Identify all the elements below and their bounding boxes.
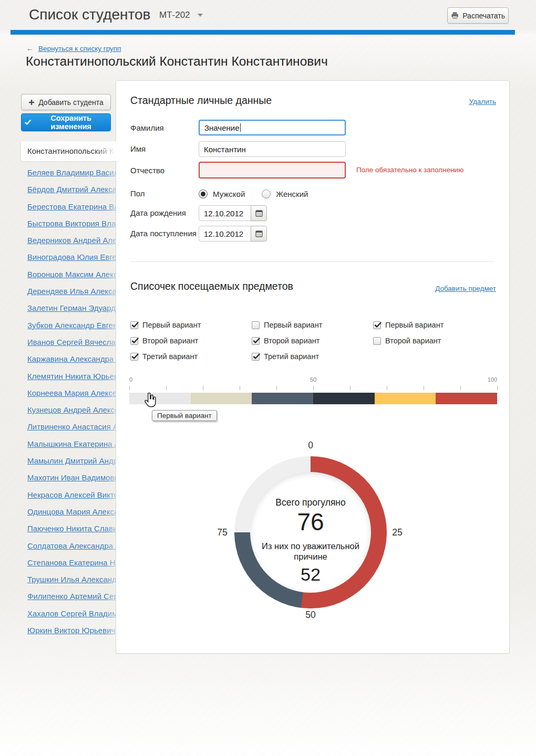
calendar-icon <box>255 209 263 217</box>
donut-center-line1: Всего прогуляно <box>255 497 366 508</box>
student-link[interactable]: Дерендяев Илья Александрович <box>27 283 127 300</box>
firstname-input[interactable]: Константин <box>199 141 346 157</box>
add-student-button[interactable]: Добавить студента <box>21 94 111 110</box>
patronymic-input[interactable] <box>199 162 346 178</box>
radio-male-label: Мужской <box>213 190 245 198</box>
lastname-value: Значение <box>204 123 240 132</box>
student-link[interactable]: Малышкина Екатерина Андреевна <box>27 436 127 453</box>
plus-icon <box>28 99 35 106</box>
subject-checkbox-label: Третий вариант <box>142 352 198 361</box>
axis-tick <box>350 386 351 390</box>
patronymic-error: Поле обязательно к заполнению <box>356 166 463 174</box>
axis-tick <box>166 386 167 390</box>
axis-tick <box>203 386 203 390</box>
subject-checkbox-row[interactable]: Первый вариант <box>252 317 367 333</box>
stackbar-segment[interactable] <box>129 393 191 404</box>
checkbox-checked-icon[interactable] <box>130 337 138 345</box>
donut-scale-75: 75 <box>217 527 227 538</box>
save-changes-button[interactable]: Сохранить изменения <box>21 113 111 131</box>
checkbox-checked-icon[interactable] <box>252 353 260 361</box>
student-link[interactable]: Зубков Александр Евгеньевич <box>27 317 127 334</box>
back-arrow-icon: ← <box>26 44 34 52</box>
student-link[interactable]: Берестова Екатерина Владимировна <box>27 198 127 215</box>
axis-tick <box>313 386 314 390</box>
donut-center-value2: 52 <box>255 564 366 584</box>
student-link[interactable]: Мамылин Дмитрий Андреевич <box>27 453 127 469</box>
subject-checkbox-row[interactable]: Третий вариант <box>252 349 367 364</box>
active-student-tab[interactable]: Константинопольский Константин Константи… <box>21 141 119 161</box>
checkbox-checked-icon[interactable] <box>130 353 138 361</box>
radio-male[interactable] <box>199 190 208 198</box>
hand-cursor-icon <box>142 391 159 409</box>
group-selector[interactable]: МТ-202 <box>159 10 203 20</box>
check-icon <box>25 119 31 125</box>
back-to-groups-link[interactable]: Вернуться к списку групп <box>38 45 121 52</box>
student-link[interactable]: Литвиненко Анастасия Александровна <box>27 418 127 435</box>
student-link[interactable]: Некрасов Алексей Викторович <box>27 487 127 503</box>
printer-icon <box>451 12 459 19</box>
student-link[interactable]: Одинцова Мария Александровна <box>27 503 127 520</box>
breadcrumb: ← Вернуться к списку групп <box>26 44 121 52</box>
student-link[interactable]: Каржавина Александра Андреевна <box>27 351 127 368</box>
attendance-stackbar[interactable] <box>129 393 497 404</box>
birthdate-calendar-button[interactable] <box>251 205 267 221</box>
subject-checkbox-row[interactable]: Первый вариант <box>130 317 246 333</box>
stackbar-segment[interactable] <box>313 393 375 404</box>
checkbox-unchecked-icon[interactable] <box>373 337 381 345</box>
student-link[interactable]: Воронцов Максим Александрович <box>27 266 127 283</box>
subject-checkbox-row[interactable]: Первый вариант <box>373 317 489 333</box>
student-link[interactable]: Ведерников Андрей Александрович <box>27 232 127 249</box>
student-link[interactable]: Клемятин Никита Юрьевич <box>27 368 127 385</box>
subject-checkbox-label: Второй вариант <box>385 337 441 345</box>
student-link[interactable]: Филипенко Артемий Сергеевич <box>27 588 127 605</box>
student-link[interactable]: Виноградова Юлия Евгеньевна <box>27 249 127 266</box>
enrolldate-value: 12.10.2012 <box>204 229 243 238</box>
section-divider <box>130 261 495 262</box>
subject-checkbox-row[interactable]: Второй вариант <box>252 333 367 349</box>
subject-checkbox-row[interactable]: Второй вариант <box>130 333 246 349</box>
student-link[interactable]: Бёрдов Дмитрий Александрович <box>27 181 127 198</box>
student-link[interactable]: Юркин Виктор Юрьевич <box>27 622 127 639</box>
student-link[interactable]: Трушкин Илья Александрович <box>27 571 127 588</box>
save-changes-label: Сохранить изменения <box>35 114 107 131</box>
axis-tick <box>129 386 130 390</box>
birthdate-input[interactable]: 12.10.2012 <box>199 205 251 221</box>
print-button[interactable]: Распечатать <box>447 7 509 24</box>
subject-checkbox-row[interactable]: Второй вариант <box>373 333 489 349</box>
student-link[interactable]: Кузнецов Андрей Алексеевич <box>27 402 127 418</box>
enrolldate-calendar-button[interactable] <box>251 226 267 242</box>
enrolldate-input[interactable]: 12.10.2012 <box>199 226 251 242</box>
subject-column: Первый вариантВторой вариант <box>373 317 489 349</box>
accent-bar <box>11 30 515 35</box>
checkbox-checked-icon[interactable] <box>130 321 138 329</box>
student-link[interactable]: Залетин Герман Эдуардович <box>27 300 127 317</box>
donut-scale-0: 0 <box>308 440 313 451</box>
lastname-input[interactable]: Значение <box>199 120 346 135</box>
axis-tick-label: 0 <box>129 376 132 383</box>
checkbox-checked-icon[interactable] <box>373 321 381 329</box>
student-link[interactable]: Корнеева Мария Алексеевна <box>27 385 127 402</box>
subject-checkbox-label: Первый вариант <box>142 321 201 329</box>
stackbar-segment[interactable] <box>191 393 252 404</box>
student-link[interactable]: Беляев Владимир Васильевич <box>27 164 127 181</box>
checkbox-checked-icon[interactable] <box>252 337 260 345</box>
student-link[interactable]: Степанова Екатерина Николаевна <box>27 554 127 571</box>
chevron-down-icon <box>198 14 203 17</box>
student-link[interactable]: Махотин Иван Вадимович <box>27 469 127 486</box>
stackbar-segment[interactable] <box>436 393 497 404</box>
student-link[interactable]: Хахалов Сергей Владимирович <box>27 605 127 622</box>
firstname-value: Константин <box>204 145 246 154</box>
subject-checkbox-row[interactable]: Третий вариант <box>130 349 246 364</box>
student-link[interactable]: Быстрова Виктория Владимировна <box>27 215 127 232</box>
radio-female[interactable] <box>262 190 271 198</box>
stackbar-segment[interactable] <box>252 393 313 404</box>
subject-checkbox-label: Второй вариант <box>264 337 319 345</box>
patronymic-label: Отчество <box>130 163 164 178</box>
add-subject-link[interactable]: Добавить предмет <box>435 285 496 292</box>
student-link[interactable]: Иванов Сергей Вячеславович <box>27 334 127 351</box>
checkbox-unchecked-icon[interactable] <box>252 321 260 329</box>
student-link[interactable]: Солдатова Александра Александровна <box>27 538 127 554</box>
stackbar-segment[interactable] <box>375 393 436 404</box>
delete-link[interactable]: Удалить <box>469 98 496 106</box>
student-link[interactable]: Паюченко Никита Славич <box>27 520 127 537</box>
